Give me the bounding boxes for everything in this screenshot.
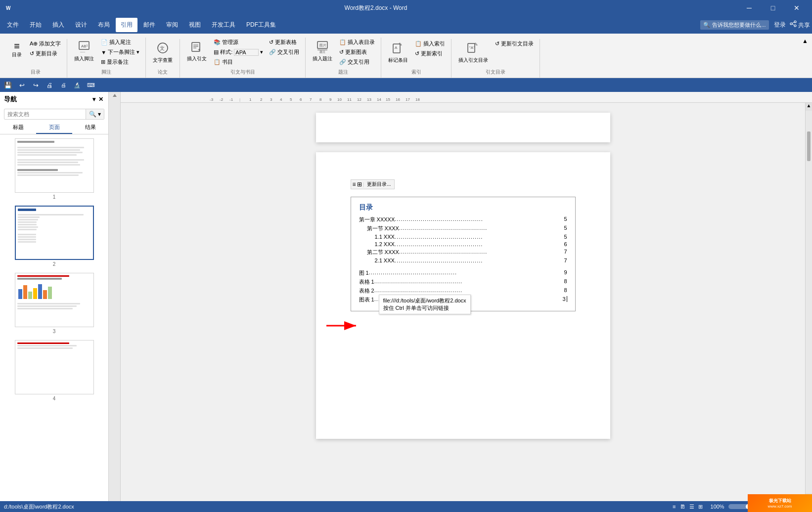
nav-search-button[interactable]: 🔍 ▾ bbox=[86, 109, 104, 119]
insert-footnote-button[interactable]: AB¹___ 插入脚注 bbox=[71, 38, 97, 64]
menu-file[interactable]: 文件 bbox=[2, 18, 24, 32]
mark-entry-button[interactable]: A✎ 标记条目 bbox=[385, 39, 411, 65]
cross-ref-button[interactable]: 🔗 交叉引用 bbox=[267, 47, 301, 57]
menu-layout[interactable]: 布局 bbox=[93, 18, 115, 32]
toc-entry-table1[interactable]: 表格 1 ...................................… bbox=[359, 278, 567, 286]
add-text-button[interactable]: A⊕ 添加文字 bbox=[28, 39, 63, 48]
scroll-up-button[interactable]: ▲ bbox=[806, 103, 812, 111]
tooltip-line2: 按住 Ctrl 并单击可访问链接 bbox=[383, 304, 466, 312]
update-chart-icon: ↺ bbox=[339, 49, 344, 55]
update-chart-label: 更新图表 bbox=[345, 48, 367, 56]
menu-home[interactable]: 开始 bbox=[25, 18, 46, 32]
undo-button[interactable]: ↩ bbox=[16, 79, 28, 91]
mark-citation-button[interactable]: "A"✎ 插入引文目录 bbox=[455, 39, 491, 65]
red-arrow bbox=[326, 318, 361, 335]
style-input[interactable]: APA bbox=[234, 49, 259, 56]
text-check-button[interactable]: 文 文字查重 bbox=[150, 39, 176, 65]
minimize-button[interactable]: ─ bbox=[738, 0, 761, 16]
update-table-icon: ↺ bbox=[269, 39, 273, 45]
style-button[interactable]: ▤ 样式: APA ▾ bbox=[212, 47, 265, 57]
vertical-scrollbar[interactable]: ▲ ▼ bbox=[805, 103, 812, 501]
document-scroll[interactable]: ≡ ⊞ | 更新目录... 目录 第一章 XXXXX bbox=[121, 103, 805, 501]
save-button[interactable]: 💾 bbox=[2, 79, 14, 91]
scroll-thumb[interactable] bbox=[807, 131, 811, 161]
nav-close-button[interactable]: ✕ bbox=[97, 95, 104, 104]
maximize-button[interactable]: □ bbox=[762, 0, 784, 16]
nav-expand-button[interactable]: ▾ bbox=[91, 95, 96, 104]
toc-button[interactable]: ≡ 目录 bbox=[8, 39, 26, 60]
research-button[interactable]: 🔬 bbox=[71, 79, 83, 91]
menu-references[interactable]: 引用 bbox=[116, 18, 137, 32]
menu-search[interactable]: 🔍 告诉我您想要做什么... bbox=[700, 20, 768, 30]
cross-ref2-button[interactable]: 🔗 交叉引用 bbox=[337, 57, 377, 67]
update-table-button[interactable]: ↺ 更新表格 bbox=[267, 38, 301, 47]
view-page-button[interactable]: 🖹 bbox=[680, 504, 685, 510]
insert-caption-button[interactable]: 图片题注 插入题注 bbox=[310, 38, 335, 64]
login-button[interactable]: 登录 bbox=[774, 21, 786, 29]
toc-entry-fig1[interactable]: 图 1 ....................................… bbox=[359, 269, 567, 277]
page-num-1: 1 bbox=[53, 194, 56, 200]
update-toc-button[interactable]: ↺ 更新目录 bbox=[28, 49, 63, 58]
citation-toc-col: ↺ 更新引文目录 bbox=[493, 39, 536, 48]
close-button[interactable]: ✕ bbox=[785, 0, 808, 16]
nav-search-dropdown-icon[interactable]: ▾ bbox=[98, 111, 101, 118]
menu-insert[interactable]: 插入 bbox=[47, 18, 69, 32]
text-check-label: 文字查重 bbox=[153, 57, 173, 63]
insert-table-list-button[interactable]: 📋 插入表目录 bbox=[337, 38, 377, 47]
ribbon-group-caption-label: 题注 bbox=[310, 67, 377, 76]
nav-tab-headings[interactable]: 标题 bbox=[0, 122, 36, 134]
menu-mailings[interactable]: 邮件 bbox=[138, 18, 160, 32]
view-web-button[interactable]: ⊞ bbox=[698, 504, 703, 510]
view-normal-button[interactable]: ≡ bbox=[673, 504, 676, 510]
toc-entry-ch1[interactable]: 第一章 XXXXX ..............................… bbox=[359, 216, 567, 223]
page-thumb-4[interactable]: 4 bbox=[4, 340, 104, 401]
ribbon-collapse-button[interactable]: ▲ bbox=[802, 36, 808, 44]
nav-tab-results[interactable]: 结果 bbox=[72, 122, 108, 134]
insert-citation-button[interactable]: + 插入引文 bbox=[184, 38, 210, 64]
document-pages-wrapper: ≡ ⊞ | 更新目录... 目录 第一章 XXXXX bbox=[302, 113, 624, 491]
page-thumb-2[interactable]: 2 bbox=[4, 206, 104, 267]
svg-line-5 bbox=[792, 22, 794, 23]
ribbon-group-index-label: 索引 bbox=[385, 67, 447, 76]
view-outline-button[interactable]: ☰ bbox=[689, 504, 694, 510]
toc-entry-s1[interactable]: 第一节 XXXX ...............................… bbox=[359, 225, 567, 232]
toc-update-button[interactable]: 更新目录... bbox=[365, 180, 393, 188]
page-thumb-3[interactable]: 3 bbox=[4, 273, 104, 334]
ribbon-group-citation-toc-label: 引文目录 bbox=[455, 67, 536, 76]
menu-view[interactable]: 视图 bbox=[184, 18, 206, 32]
menu-pdf[interactable]: PDF工具集 bbox=[241, 18, 281, 32]
print-preview-button[interactable]: 🖨 bbox=[44, 79, 55, 91]
style-dropdown-icon: ▾ bbox=[260, 49, 263, 55]
quick-access-toolbar: 💾 ↩ ↪ 🖨 🖨 🔬 ⌨ bbox=[0, 78, 812, 92]
shortcut-button[interactable]: ⌨ bbox=[85, 79, 97, 91]
bibliography-button[interactable]: 📋 书目 bbox=[212, 57, 265, 67]
insert-citation-icon: + bbox=[190, 40, 204, 55]
insert-index-button[interactable]: 📋 插入索引 bbox=[413, 39, 447, 48]
nav-tab-pages[interactable]: 页面 bbox=[36, 122, 72, 134]
toc-entry-table2[interactable]: 表格 2 ...................................… bbox=[359, 287, 567, 295]
menu-developer[interactable]: 开发工具 bbox=[207, 18, 240, 32]
toc-title: 目录 bbox=[359, 203, 567, 212]
toc-entry-21[interactable]: 2.1 XXX ................................… bbox=[359, 257, 567, 263]
print-button[interactable]: 🖨 bbox=[57, 79, 69, 91]
next-footnote-button[interactable]: ▼ 下一条脚注 ▾ bbox=[99, 47, 141, 57]
update-chart-button[interactable]: ↺ 更新图表 bbox=[337, 47, 377, 57]
ribbon-group-toc-label: 目录 bbox=[8, 67, 63, 76]
redo-button[interactable]: ↪ bbox=[30, 79, 42, 91]
show-notes-button[interactable]: ⊞ 显示备注 bbox=[99, 57, 141, 67]
update-citation-toc-button[interactable]: ↺ 更新引文目录 bbox=[493, 39, 536, 48]
update-index-button[interactable]: ↺ 更新索引 bbox=[413, 49, 447, 58]
ruler-handle[interactable] bbox=[109, 92, 121, 501]
insert-endnote-button[interactable]: 📄 插入尾注 bbox=[99, 38, 141, 47]
manage-sources-button[interactable]: 📚 管理源 bbox=[212, 38, 265, 47]
toc-entry-11[interactable]: 1.1 XXX ................................… bbox=[359, 234, 567, 240]
toc-toolbar-icon: ≡ bbox=[353, 181, 356, 188]
toc-entry-s2[interactable]: 第二节 XXXX ...............................… bbox=[359, 249, 567, 256]
menu-design[interactable]: 设计 bbox=[70, 18, 92, 32]
page-thumb-1[interactable]: 1 bbox=[4, 138, 104, 200]
share-button[interactable]: 共享 bbox=[790, 20, 810, 30]
nav-search-input[interactable] bbox=[4, 110, 86, 119]
toc-entry-12[interactable]: 1.2 XXX ................................… bbox=[359, 241, 567, 247]
toc-toolbar-handle[interactable]: ⊞ bbox=[357, 181, 362, 188]
menu-review[interactable]: 审阅 bbox=[161, 18, 183, 32]
